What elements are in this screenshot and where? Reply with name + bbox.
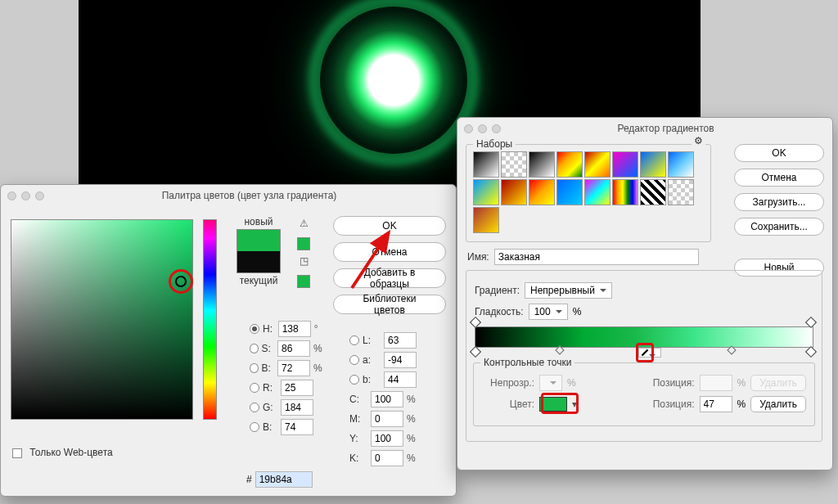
color-swatch-compare [237, 229, 281, 273]
warning-icon[interactable]: ⚠ [297, 218, 310, 231]
color-cursor[interactable] [175, 276, 187, 287]
grad-load-button[interactable]: Загрузить... [734, 193, 824, 211]
opacity-stop[interactable] [470, 317, 481, 328]
opacity-pos-unit: % [737, 377, 746, 389]
saturation-value-field[interactable] [11, 219, 193, 420]
input-s[interactable] [277, 340, 310, 357]
unit-m: % [407, 413, 418, 425]
preset-swatch[interactable] [668, 179, 694, 205]
gradient-editor-titlebar[interactable]: Редактор градиентов [457, 118, 832, 139]
gradient-name-input[interactable] [494, 249, 699, 265]
preset-swatch[interactable] [640, 179, 666, 205]
minimize-icon[interactable] [478, 124, 487, 133]
hue-slider[interactable] [203, 219, 217, 420]
unit-pct-s: % [313, 343, 323, 354]
input-bb[interactable] [281, 419, 313, 435]
input-b2[interactable] [384, 371, 417, 388]
preset-swatch[interactable] [612, 179, 638, 205]
stops-label: Контрольные точки [480, 357, 574, 368]
input-h[interactable] [278, 321, 311, 337]
color-picker-titlebar[interactable]: Палитра цветов (цвет узла градиента) [1, 185, 456, 206]
radio-l[interactable] [349, 335, 359, 345]
window-controls[interactable] [7, 191, 44, 200]
close-icon[interactable] [7, 191, 16, 200]
smoothness-select[interactable]: 100 [529, 304, 568, 320]
preset-swatch[interactable] [473, 151, 499, 178]
preset-swatch[interactable] [473, 179, 499, 205]
gradient-type-select[interactable]: Непрерывный [525, 282, 612, 299]
color-position-input[interactable] [700, 396, 732, 412]
input-k[interactable] [371, 450, 403, 466]
lens-flare-effect [320, 7, 467, 154]
minimize-icon[interactable] [21, 191, 30, 200]
gradient-presets [473, 151, 696, 233]
new-color-swatch[interactable] [237, 230, 280, 251]
color-stop[interactable] [805, 346, 817, 358]
grad-ok-button[interactable]: OK [734, 144, 824, 162]
cube-icon[interactable]: ◳ [297, 255, 310, 268]
preset-swatch[interactable] [529, 179, 555, 205]
input-m[interactable] [371, 411, 403, 427]
cancel-button[interactable]: Отмена [333, 242, 446, 262]
input-c[interactable] [371, 391, 403, 407]
preset-swatch[interactable] [584, 151, 610, 178]
smoothness-label: Гладкость: [475, 306, 524, 317]
preset-swatch[interactable] [501, 179, 527, 205]
radio-r[interactable] [250, 383, 259, 393]
preset-swatch[interactable] [556, 179, 583, 205]
current-color-swatch[interactable] [237, 251, 280, 272]
preset-swatch[interactable] [668, 151, 694, 178]
zoom-icon[interactable] [492, 124, 501, 133]
web-safe-checkbox-row[interactable]: Только Web-цвета [12, 447, 113, 458]
radio-a[interactable] [349, 355, 359, 365]
web-safe-checkbox[interactable] [12, 448, 22, 458]
color-stop[interactable] [470, 346, 481, 358]
hex-input[interactable] [255, 471, 313, 488]
preset-swatch[interactable] [640, 151, 666, 178]
unit-k: % [407, 452, 418, 464]
opacity-delete-button: Удалить [750, 375, 806, 391]
nearest-safe-swatch-2[interactable] [297, 275, 310, 288]
input-y[interactable] [371, 430, 403, 447]
color-delete-button[interactable]: Удалить [750, 396, 806, 412]
nearest-safe-swatch-1[interactable] [297, 237, 310, 250]
gear-icon[interactable]: ⚙ [692, 135, 705, 146]
label-b2: b: [363, 374, 381, 385]
preset-swatch[interactable] [529, 151, 555, 178]
radio-g[interactable] [250, 403, 259, 412]
zoom-icon[interactable] [35, 191, 44, 200]
annotation-box [541, 393, 579, 414]
radio-b2[interactable] [349, 375, 359, 385]
radio-s[interactable] [250, 344, 259, 353]
window-controls[interactable] [464, 124, 501, 133]
input-g[interactable] [281, 399, 313, 416]
gradient-editor-dialog: Редактор градиентов OK Отмена Загрузить.… [457, 117, 833, 470]
label-s: S: [262, 343, 274, 354]
gradient-bar[interactable] [475, 326, 813, 348]
radio-bv[interactable] [250, 363, 259, 373]
input-a[interactable] [384, 352, 417, 368]
opacity-stop[interactable] [805, 317, 817, 328]
preset-swatch[interactable] [556, 151, 583, 178]
opacity-position-label: Позиция: [642, 377, 695, 389]
label-bb: B: [263, 421, 277, 433]
grad-cancel-button[interactable]: Отмена [734, 169, 824, 187]
smoothness-value: 100 [534, 306, 551, 317]
input-bv[interactable] [277, 360, 310, 376]
input-l[interactable] [384, 332, 417, 349]
gradient-editor-title: Редактор градиентов [506, 123, 826, 134]
label-r: R: [263, 382, 277, 394]
preset-swatch[interactable] [584, 179, 610, 205]
radio-h[interactable] [250, 324, 259, 334]
close-icon[interactable] [464, 124, 473, 133]
input-r[interactable] [281, 380, 313, 396]
preset-swatch[interactable] [501, 151, 527, 178]
color-picker-dialog: Палитра цветов (цвет узла градиента) нов… [0, 184, 457, 497]
radio-bb[interactable] [250, 422, 259, 432]
grad-save-button[interactable]: Сохранить... [734, 218, 824, 236]
add-to-swatches-button[interactable]: Добавить в образцы [333, 268, 446, 288]
preset-swatch[interactable] [612, 151, 638, 178]
color-libraries-button[interactable]: Библиотеки цветов [333, 295, 446, 314]
ok-button[interactable]: OK [333, 216, 446, 236]
preset-swatch[interactable] [473, 207, 499, 233]
